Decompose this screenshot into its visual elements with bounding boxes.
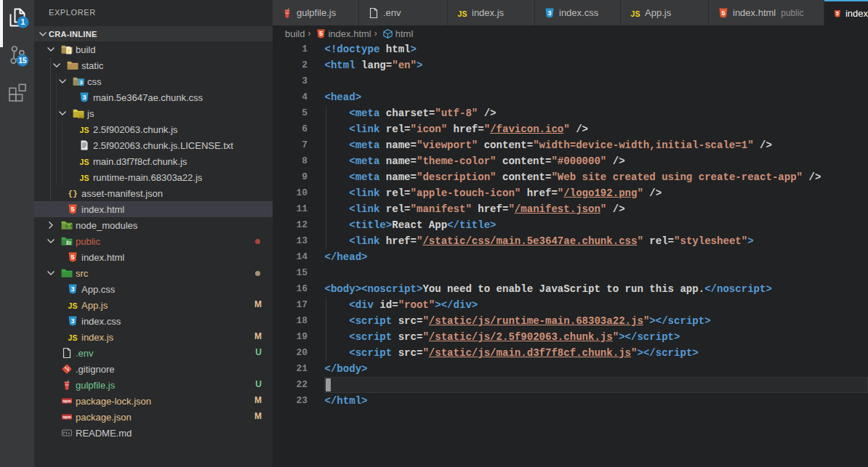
svg-text:1: 1 bbox=[21, 17, 25, 26]
svg-text:15: 15 bbox=[18, 57, 27, 65]
